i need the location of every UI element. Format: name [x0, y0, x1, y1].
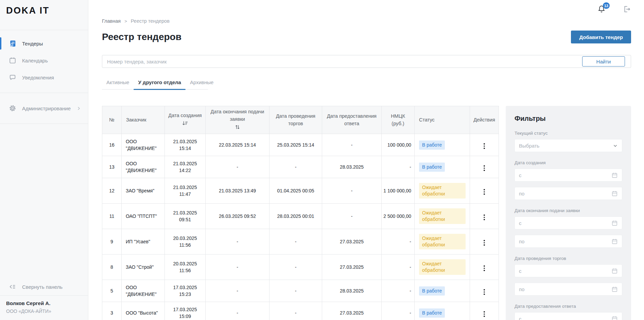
table-row: 13ООО "ДВИЖЕНИЕ"21.03.202514:22--28.03.2… — [102, 156, 499, 178]
date-input-to[interactable]: по — [515, 235, 622, 248]
row-actions-menu-button[interactable] — [481, 309, 488, 319]
cell-customer: ООО "ДВИЖЕНИЕ" — [122, 156, 165, 178]
cell-number: 9 — [102, 229, 122, 255]
cell-deadline: - — [206, 280, 269, 302]
main-row: №ЗаказчикДата созданияДата окончания под… — [102, 106, 631, 320]
search-input[interactable] — [102, 55, 582, 68]
notifications-bell-button[interactable]: 13 — [597, 5, 606, 14]
column-header[interactable]: Дата создания — [165, 106, 206, 134]
row-actions-menu-button[interactable] — [481, 213, 488, 222]
date-input-from[interactable]: с — [515, 169, 622, 182]
search-bar: Найти — [102, 55, 631, 68]
cell-deadline: 22.03.2025 15:14 — [206, 134, 269, 156]
sidebar-item-calendar[interactable]: Календарь — [0, 52, 88, 69]
row-actions-menu-button[interactable] — [481, 164, 488, 173]
row-actions-menu-button[interactable] — [481, 287, 488, 297]
logout-button[interactable] — [622, 5, 631, 14]
calendar-icon — [611, 172, 618, 178]
date-input-from[interactable]: с — [515, 312, 622, 320]
cell-created: 20.03.202511:56 — [165, 255, 206, 280]
column-header-label: Действия — [473, 116, 496, 124]
cell-status: В работе — [415, 302, 470, 320]
sidebar-item-label: Календарь — [22, 58, 48, 63]
cell-number: 13 — [102, 156, 122, 178]
date-input-to[interactable]: по — [515, 187, 622, 200]
cell-price: 100 000,00 — [382, 134, 415, 156]
chevron-right-icon — [76, 106, 81, 111]
add-tender-button[interactable]: Добавить тендер — [571, 31, 631, 43]
cell-customer: ООО "Высота" — [122, 302, 165, 320]
column-header: Дата предоставления ответа — [322, 106, 382, 134]
cell-line: 21.03.2025 — [169, 209, 201, 216]
cell-actions — [470, 280, 499, 302]
sort-icon[interactable] — [235, 125, 240, 130]
sidebar-item-tenders[interactable]: Тендеры — [0, 35, 88, 52]
breadcrumb-current: Реестр тендеров — [131, 18, 170, 24]
cell-answer: - — [322, 134, 382, 156]
date-placeholder: с — [519, 172, 522, 178]
row-actions-menu-button[interactable] — [481, 238, 488, 247]
search-button[interactable]: Найти — [582, 56, 625, 67]
chat-icon — [8, 73, 17, 81]
date-placeholder: с — [519, 220, 522, 226]
title-row: Реестр тендеров Добавить тендер — [102, 31, 631, 43]
cell-answer: 27.03.2025 — [322, 229, 382, 255]
status-select[interactable]: Выбрать — [515, 139, 622, 152]
cell-answer: 28.03.2025 — [322, 280, 382, 302]
sidebar-item-administration[interactable]: Администрирование — [0, 100, 88, 117]
status-badge: В работе — [419, 163, 445, 172]
cell-customer: ИП "Усаев" — [122, 229, 165, 255]
cell-status: В работе — [415, 280, 470, 302]
cell-line: 11:56 — [169, 267, 201, 274]
collapse-panel-button[interactable]: Свернуть панель — [0, 278, 88, 295]
tab-other-department[interactable]: У другого отдела — [134, 79, 186, 89]
cell-line: 11:47 — [169, 191, 201, 197]
notifications-count-badge: 13 — [603, 2, 610, 9]
sort-descending-icon[interactable] — [182, 121, 188, 126]
filter-label: Дата создания — [515, 160, 622, 165]
cell-line: 17.03.2025 — [169, 284, 201, 291]
cell-line: 15:09 — [169, 313, 201, 320]
logout-icon — [622, 5, 631, 14]
cell-line: 21.03.2025 — [169, 160, 201, 167]
tenders-table: №ЗаказчикДата созданияДата окончания под… — [102, 106, 499, 320]
chevron-down-icon — [613, 143, 618, 148]
date-placeholder: по — [519, 239, 524, 244]
row-actions-menu-button[interactable] — [481, 187, 488, 196]
column-header[interactable]: Дата окончания подачи заявки — [206, 106, 269, 134]
table-row: 12ЗАО "Время"21.03.202511:4721.03.2025 1… — [102, 178, 499, 204]
cell-customer: ЗАО "Строй" — [122, 255, 165, 280]
tab-archived[interactable]: Архивные — [186, 79, 218, 89]
date-input-to[interactable]: по — [515, 283, 622, 296]
date-input-from[interactable]: с — [515, 264, 622, 277]
topbar: 13 — [102, 0, 631, 16]
sidebar-item-label: Тендеры — [22, 41, 43, 46]
cell-price: 1 100 000,00 — [382, 178, 415, 204]
cell-auction: - — [269, 156, 322, 178]
cell-line: 21.03.2025 — [169, 184, 201, 191]
cell-line: 20.03.2025 — [169, 260, 201, 267]
cell-number: 3 — [102, 302, 122, 320]
breadcrumb-home-link[interactable]: Главная — [102, 18, 121, 24]
calendar-icon — [611, 286, 618, 293]
cell-deadline: 26.03.2025 09:52 — [206, 204, 269, 229]
cell-status: В работе — [415, 134, 470, 156]
sidebar-item-label: Администрирование — [22, 106, 71, 111]
tenders-icon — [8, 39, 17, 48]
cell-customer: ООО "ДВИЖЕНИЕ" — [122, 280, 165, 302]
status-badge: В работе — [419, 286, 445, 296]
row-actions-menu-button[interactable] — [481, 142, 488, 151]
user-company: ООО «ДОКА-АЙТИ» — [6, 308, 82, 314]
table-body: 16ООО "ДВИЖЕНИЕ"21.03.202515:1422.03.202… — [102, 134, 499, 320]
cell-status: Ожидает обработки — [415, 178, 470, 204]
column-header-label: Дата окончания подачи заявки — [208, 108, 266, 123]
date-placeholder: с — [519, 316, 522, 320]
row-actions-menu-button[interactable] — [481, 264, 488, 273]
date-input-from[interactable]: с — [515, 217, 622, 229]
sidebar-item-label: Уведомления — [22, 75, 54, 80]
column-header-label: Статус — [419, 116, 467, 124]
column-header-label: № — [105, 116, 119, 124]
sidebar-item-notifications[interactable]: Уведомления — [0, 69, 88, 86]
cell-price: - — [382, 280, 415, 302]
tab-active-tenders[interactable]: Активные — [102, 79, 134, 89]
